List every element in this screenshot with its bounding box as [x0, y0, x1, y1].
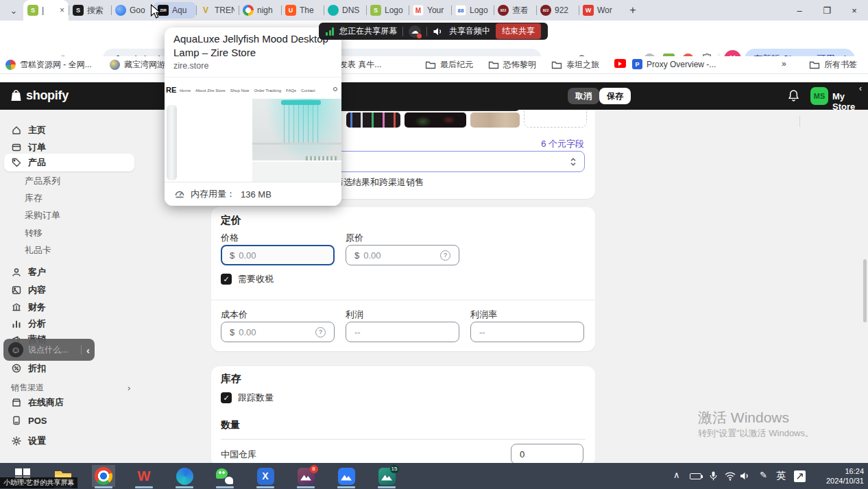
sidebar-item-products[interactable]: 产品	[0, 154, 137, 171]
security-tray-icon[interactable]	[794, 470, 806, 482]
taskbar-chrome[interactable]	[92, 465, 115, 487]
store-avatar[interactable]: MS	[810, 87, 828, 105]
profit-field[interactable]	[354, 327, 450, 337]
sidebar-item-content[interactable]: 内容	[0, 281, 137, 299]
new-tab-button[interactable]: +	[624, 1, 642, 19]
sidebar-item-inventory[interactable]: 库存	[0, 189, 137, 207]
bookmark-item[interactable]: 雪糕资源网 - 全网...	[5, 59, 92, 71]
cost-input[interactable]: $ ?	[221, 322, 335, 342]
taskbar-blue-app[interactable]	[173, 465, 196, 487]
compare-price-field[interactable]	[363, 250, 436, 261]
cancel-button[interactable]: 取消	[568, 88, 599, 104]
tab-search-button[interactable]: ⌄	[5, 2, 22, 19]
taskbar-wps[interactable]: W	[132, 465, 156, 487]
track-quantity-row[interactable]: ✓ 跟踪数量	[221, 392, 274, 404]
metafields-link[interactable]: 6 个元字段	[541, 138, 584, 150]
chat-placeholder[interactable]: 说点什么...	[28, 344, 76, 356]
margin-field[interactable]	[479, 327, 575, 337]
tab-your[interactable]: MYour	[409, 0, 451, 21]
tab-922[interactable]: 922922	[536, 0, 579, 21]
pen-icon[interactable]: ✎	[760, 470, 767, 480]
sidebar-item-gift-cards[interactable]: 礼品卡	[0, 241, 137, 259]
battery-icon[interactable]	[690, 473, 701, 479]
quantity-field[interactable]	[520, 449, 575, 460]
sidebar-item-customers[interactable]: 客户	[0, 263, 137, 281]
tab-search-shopify[interactable]: S搜索	[69, 0, 111, 21]
tab-nigh[interactable]: nigh	[239, 0, 281, 21]
close-icon[interactable]: ×	[60, 5, 64, 15]
desk-shelf	[252, 143, 341, 145]
chat-widget[interactable]: ☺ 说点什么... ‹	[3, 339, 95, 361]
sidebar-item-home[interactable]: 主页	[0, 121, 137, 139]
tab-logo-2[interactable]: 88Logo	[451, 0, 494, 21]
collapse-left-icon[interactable]: ‹	[859, 84, 862, 93]
store-name[interactable]: My Store	[832, 91, 868, 112]
taskbar-app-badge-8[interactable]: 8	[294, 465, 317, 487]
wps-favicon: W	[583, 5, 594, 16]
ime-indicator[interactable]: 英	[776, 470, 786, 482]
maximize-button[interactable]: ❐	[813, 0, 841, 21]
taskbar-wechat[interactable]	[213, 465, 237, 487]
compare-price-input[interactable]: $ ?	[346, 245, 459, 265]
notification-bell-icon[interactable]	[787, 89, 800, 103]
sidebar-item-purchase-orders[interactable]: 采购订单	[0, 206, 137, 224]
stop-sharing-button[interactable]: 结束共享	[496, 23, 541, 39]
taskbar-app-badge-15[interactable]: 15	[375, 465, 398, 487]
margin-input[interactable]	[470, 322, 584, 342]
scrollbar-thumb[interactable]	[863, 259, 867, 322]
bookmark-folder[interactable]: 最后纪元	[425, 59, 473, 71]
sharing-screen-text: 您正在共享屏幕	[339, 25, 397, 37]
product-thumbnail-1[interactable]	[346, 112, 400, 128]
sidebar-item-collections[interactable]: 产品系列	[0, 172, 137, 190]
chevron-right-icon[interactable]: ›	[128, 383, 130, 393]
sidebar-item-discounts[interactable]: 折扣	[0, 359, 137, 377]
profit-input[interactable]	[346, 322, 459, 342]
tray-expand-icon[interactable]: ∧	[673, 470, 680, 480]
tray-clock[interactable]: 16:24 2024/10/31	[819, 466, 864, 486]
cost-field[interactable]	[239, 327, 311, 337]
microphone-icon[interactable]	[708, 470, 719, 482]
sidebar-item-pos[interactable]: POS	[0, 412, 137, 429]
sidebar-item-settings[interactable]: 设置	[0, 432, 137, 450]
cloud-icon[interactable]: ☁	[409, 25, 421, 38]
product-thumbnail-3[interactable]	[470, 112, 520, 128]
help-icon[interactable]: ?	[440, 250, 450, 261]
collapse-left-icon[interactable]: ‹	[86, 344, 90, 356]
tab-logo-1[interactable]: SLogo	[366, 0, 409, 21]
taskbar-mountain-app[interactable]	[335, 465, 358, 487]
close-button[interactable]: ×	[841, 0, 868, 21]
tab-tren[interactable]: VTREN	[196, 0, 239, 21]
wifi-icon[interactable]	[724, 470, 736, 481]
tax-checkbox-row[interactable]: ✓ 需要收税	[221, 273, 274, 285]
bookmark-folder[interactable]: 泰坦之旅	[551, 59, 599, 71]
bookmark-item[interactable]: 藏宝湾网游	[110, 59, 165, 71]
checkbox-checked[interactable]: ✓	[221, 392, 232, 403]
volume-icon[interactable]	[739, 471, 751, 481]
sidebar-item-online-store[interactable]: 在线商店	[0, 394, 137, 412]
all-bookmarks-folder[interactable]: 所有书签	[809, 59, 857, 71]
compare-price-label: 原价	[346, 232, 363, 244]
tab-goo[interactable]: Goo	[111, 0, 154, 21]
checkbox-checked[interactable]: ✓	[221, 274, 232, 285]
sharing-audio-text: 共享音频中	[449, 25, 490, 37]
price-field[interactable]	[239, 250, 326, 261]
taskbar-x-app[interactable]: X	[254, 465, 277, 487]
bookmark-youtube[interactable]	[614, 59, 626, 68]
quantity-input[interactable]	[511, 444, 583, 464]
save-button[interactable]: 保存	[599, 88, 631, 104]
tab-wor[interactable]: WWor	[579, 0, 621, 21]
sidebar-item-transfers[interactable]: 转移	[0, 224, 137, 242]
bookmark-item[interactable]: PProxy Overview -...	[632, 59, 716, 69]
price-input[interactable]: $	[221, 245, 335, 265]
sidebar-item-finance[interactable]: 财务	[0, 298, 137, 316]
tab-chakan[interactable]: 922查看	[494, 0, 536, 21]
bookmarks-overflow-button[interactable]: »	[782, 59, 786, 69]
minimize-button[interactable]: –	[786, 0, 813, 21]
location-label: 中国仓库	[221, 449, 256, 461]
tab-the[interactable]: UThe	[281, 0, 324, 21]
product-thumbnail-2[interactable]	[405, 112, 466, 128]
tab-dns[interactable]: DNS	[324, 0, 366, 21]
help-icon[interactable]: ?	[315, 327, 326, 337]
tab-shopify-active[interactable]: S | ×	[23, 0, 69, 21]
bookmark-folder[interactable]: 恐怖黎明	[488, 59, 536, 71]
